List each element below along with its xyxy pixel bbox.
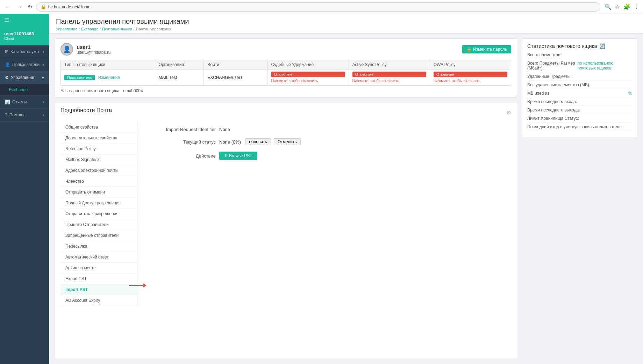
- sidebar-username: user11091463: [4, 31, 45, 36]
- main-content: Панель управления почтовыми ящиками Упра…: [49, 14, 643, 364]
- page-body: 👤 user1 user1@firstlabs.ru 🔒 Изменить па…: [49, 34, 643, 364]
- breadcrumb: Управление / Exchange / Почтовые ящики /…: [56, 27, 636, 31]
- sidebar-item-help-icon: ?: [5, 112, 7, 117]
- breadcrumb-mailboxes[interactable]: Почтовые ящики: [102, 27, 132, 31]
- stats-row-last-login: Время последнего входа:: [527, 99, 632, 106]
- nav-retention[interactable]: Retention Policy: [60, 144, 137, 154]
- sidebar-item-reports[interactable]: 📊 Отчеты ›: [0, 96, 49, 109]
- nav-send-on-behalf[interactable]: Отправить от имени: [60, 187, 137, 198]
- stats-value-total-size[interactable]: по использованию почтовых ящиков: [578, 61, 632, 71]
- back-button[interactable]: ←: [3, 3, 13, 11]
- import-request-value: None: [219, 127, 230, 132]
- breadcrumb-exchange[interactable]: Exchange: [81, 27, 98, 31]
- nav-import-pst[interactable]: Import PST: [60, 284, 137, 295]
- cell-login: EXCHANGE\user1: [204, 70, 267, 86]
- mail-details-title: Подробности Почта: [60, 107, 112, 114]
- sidebar-item-management[interactable]: ⚙ Управление ∨: [0, 71, 49, 84]
- sidebar-item-catalog-icon: ⊞: [5, 49, 8, 54]
- stats-refresh-icon[interactable]: 🔄: [599, 43, 605, 49]
- sidebar-item-help[interactable]: ? Помощь ›: [0, 109, 49, 122]
- sidebar-item-help-label: Помощь: [9, 112, 43, 117]
- stats-row-storage-limit: Лимит Хранилища Статус:: [527, 116, 632, 123]
- sidebar-subitem-exchange[interactable]: Exchange: [0, 84, 49, 96]
- mail-details-box: Подробности Почта ⚙ Общие свойства Допол…: [55, 102, 517, 359]
- settings-icon[interactable]: ⚙: [506, 109, 511, 116]
- nav-ad-account-expiry[interactable]: AD Account Expiry: [60, 295, 137, 306]
- litigation-enable-link[interactable]: Нажмите, чтобы включить: [271, 79, 318, 83]
- activesync-enable-link[interactable]: Нажмите, чтобы включить: [352, 79, 399, 83]
- user-display-name: user1: [77, 44, 111, 50]
- action-label: Действие: [146, 153, 216, 159]
- browse-pst-button[interactable]: ⬆ Browse PST: [219, 152, 257, 160]
- stats-row-last-logout: Время последнего выхода:: [527, 108, 632, 114]
- breadcrumb-current: Панель управления: [136, 27, 171, 31]
- sidebar-item-management-icon: ⚙: [5, 75, 9, 80]
- extensions-icon[interactable]: 🧩: [623, 3, 630, 10]
- nav-general[interactable]: Общие свойства: [60, 122, 137, 133]
- nav-blocked-senders[interactable]: Запрещенные отправители: [60, 230, 137, 241]
- change-link[interactable]: Изменение: [98, 75, 120, 80]
- stats-mb-used-label: MB used из: [527, 91, 549, 96]
- owa-status: Отключен: [434, 72, 507, 77]
- user-info-header: 👤 user1 user1@firstlabs.ru 🔒 Изменить па…: [60, 43, 511, 56]
- main-layout: ☰ user11091463 Client ⊞ Каталог служб › …: [0, 14, 643, 364]
- menu-icon[interactable]: ⋮: [634, 3, 640, 10]
- sidebar-item-catalog[interactable]: ⊞ Каталог служб ›: [0, 45, 49, 58]
- browse-pst-label: Browse PST: [229, 153, 252, 158]
- sidebar-menu-button[interactable]: ☰: [0, 14, 49, 26]
- status-row: None (0%) обновить Отменить: [219, 138, 301, 145]
- page-header: Панель управления почтовыми ящиками Упра…: [49, 14, 643, 34]
- nav-auto-reply[interactable]: Автоматический ответ: [60, 252, 137, 263]
- refresh-button[interactable]: ↻: [26, 3, 34, 11]
- avatar: 👤: [60, 43, 73, 56]
- right-panel: Статистика почтового ящика 🔄 Всего элеме…: [522, 38, 637, 137]
- nav-export-pst[interactable]: Export PST: [60, 274, 137, 284]
- table-row: Пользователь Изменение MAIL Test EXCHANG…: [61, 70, 511, 86]
- cancel-button[interactable]: Отменить: [274, 138, 301, 145]
- mail-nav: Общие свойства Дополнительные свойства R…: [60, 122, 137, 306]
- db-value: emdb0004: [123, 88, 143, 93]
- bookmark-icon[interactable]: ☆: [615, 3, 620, 10]
- nav-membership[interactable]: Членство: [60, 176, 137, 187]
- nav-archive[interactable]: Архив на месте: [60, 263, 137, 274]
- nav-email-addresses[interactable]: Адреса электронной почты: [60, 165, 137, 176]
- refresh-button[interactable]: обновить: [245, 138, 271, 145]
- col-login: Войти: [204, 60, 267, 70]
- sidebar: ☰ user11091463 Client ⊞ Каталог служб › …: [0, 14, 49, 364]
- action-row: Действие ⬆ Browse PST: [146, 152, 503, 160]
- change-password-button[interactable]: 🔒 Изменить пароль: [462, 45, 511, 53]
- stats-label-deleted-size: Вес удаленных элементов (МБ):: [527, 82, 590, 87]
- db-label: База данных почтового ящика:: [60, 88, 121, 93]
- nav-full-access[interactable]: Полный Доступ разрешения: [60, 198, 137, 209]
- stats-row-total-size: Всего Предметы Размер (Мбайт): по исполь…: [527, 61, 632, 72]
- lock-icon: 🔒: [466, 47, 472, 52]
- chevron-users-icon: ›: [43, 63, 44, 67]
- mail-details-layout: Общие свойства Дополнительные свойства R…: [60, 122, 511, 306]
- stats-row-deleted-items: Удаленные Предметы :: [527, 74, 632, 81]
- sidebar-item-users[interactable]: 👤 Пользователи ›: [0, 58, 49, 71]
- left-panel: 👤 user1 user1@firstlabs.ru 🔒 Изменить па…: [55, 38, 517, 359]
- current-status-row: Текущий статус None (0%) обновить Отмени…: [146, 138, 503, 145]
- nav-send-as[interactable]: Отправить как разрешения: [60, 209, 137, 219]
- search-icon[interactable]: 🔍: [605, 3, 612, 10]
- cell-org: MAIL Test: [155, 70, 204, 86]
- db-info: База данных почтового ящика: emdb0004: [60, 88, 511, 93]
- sidebar-user: user11091463 Client: [0, 26, 49, 45]
- forward-button[interactable]: →: [15, 3, 24, 11]
- status-value: None (0%): [219, 139, 241, 145]
- stats-title-text: Статистика почтового ящика: [527, 43, 597, 49]
- breadcrumb-management[interactable]: Управление: [56, 27, 77, 31]
- col-owa: OWA Policy: [430, 60, 511, 70]
- col-org: Организация: [155, 60, 204, 70]
- nav-signature[interactable]: Mailbox Signature: [60, 154, 137, 165]
- stats-row-mb-used: MB used из %: [527, 91, 632, 97]
- sidebar-item-catalog-label: Каталог служб: [10, 49, 43, 54]
- stats-percentage-link[interactable]: %: [628, 91, 632, 96]
- stats-label-storage-limit: Лимит Хранилища Статус:: [527, 116, 579, 121]
- stats-title: Статистика почтового ящика 🔄: [527, 43, 632, 49]
- owa-enable-link[interactable]: Нажмите, чтобы включить: [434, 79, 480, 83]
- nav-additional[interactable]: Дополнительные свойства: [60, 133, 137, 144]
- sidebar-item-management-label: Управление: [11, 75, 42, 80]
- nav-accepted-senders[interactable]: Принято Отправители: [60, 219, 137, 230]
- nav-forwarding[interactable]: Пересылка: [60, 241, 137, 252]
